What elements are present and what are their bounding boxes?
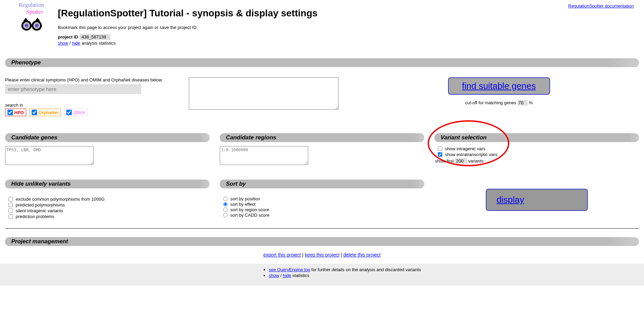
show-first-input[interactable] [455, 158, 467, 164]
candidate-genes-textarea[interactable] [5, 146, 94, 165]
section-candidate-regions: Candidate regions [220, 133, 424, 142]
sort-region-score-radio[interactable] [223, 207, 228, 212]
sort-position-radio[interactable] [223, 197, 228, 201]
sort-effect-radio[interactable] [223, 202, 228, 206]
db-omim-badge[interactable]: OMIM [64, 109, 87, 116]
cutoff-input[interactable] [517, 100, 528, 106]
extratranscriptic-checkbox[interactable] [438, 152, 442, 157]
section-candidate-genes: Candidate genes [5, 133, 210, 142]
page-title: [RegulationSpotter] Tutorial - synopsis … [58, 8, 639, 19]
cutoff-row: cut-off for matching genes % [465, 100, 533, 106]
footer-show-link[interactable]: show [269, 273, 279, 278]
section-sort-by: Sort by [220, 180, 424, 188]
show-first-row: show first variants [435, 158, 639, 164]
section-project-management: Project management [5, 237, 639, 246]
logo: Regulation Spotter [5, 2, 58, 35]
intragenic-checkbox[interactable] [438, 146, 442, 151]
phenotype-input[interactable] [5, 84, 141, 94]
logo-word-regulation: Regulation [19, 2, 44, 8]
project-id-value: 438_587138 [80, 34, 110, 40]
footer: see QueryEngine log for further details … [0, 264, 644, 286]
phenotype-textarea[interactable] [189, 77, 338, 110]
find-genes-button[interactable]: find suitable genes [448, 77, 550, 95]
svg-rect-6 [30, 25, 33, 27]
export-project-link[interactable]: export this project [263, 252, 301, 258]
svg-point-5 [35, 24, 39, 28]
keep-project-link[interactable]: keep this project [305, 252, 340, 258]
db-hpo-badge[interactable]: HPO [5, 109, 26, 116]
project-id-row: project ID 438_587138 [58, 34, 639, 40]
exclude-1000g-checkbox[interactable] [9, 197, 13, 201]
show-stats-link[interactable]: show [58, 41, 68, 46]
silent-intragenic-checkbox[interactable] [9, 209, 13, 213]
section-variant-selection: Variant selection [434, 133, 639, 142]
section-hide-unlikely: Hide unlikely variants [5, 180, 210, 188]
documentation-link[interactable]: RegulationSpotter documentation [568, 3, 634, 9]
section-phenotype: Phenotype [5, 58, 639, 67]
analysis-stats-suffix: analysis statistics [80, 41, 116, 46]
predicted-poly-checkbox[interactable] [9, 203, 13, 207]
orphanet-checkbox[interactable] [32, 110, 37, 115]
svg-point-4 [24, 24, 29, 28]
candidate-regions-textarea[interactable] [220, 146, 308, 165]
binoculars-icon [20, 16, 44, 35]
omim-checkbox[interactable] [66, 110, 72, 115]
project-id-label: project ID [58, 34, 78, 40]
intragenic-label: show intragenic vars [445, 146, 485, 151]
phenotype-prompt: Please enter clinical symptoms (HPO) and… [5, 77, 175, 82]
delete-project-link[interactable]: delete this project [343, 252, 381, 258]
logo-word-spotter: Spotter [26, 9, 43, 15]
subtitle: Bookmark this page to access your projec… [58, 25, 639, 30]
search-in-label: search in [5, 103, 175, 108]
footer-hide-link[interactable]: hide [283, 273, 291, 278]
hpo-checkbox[interactable] [7, 110, 13, 115]
divider [5, 228, 639, 229]
extratranscriptic-label: show extratranscriptic vars [445, 152, 497, 157]
display-button[interactable]: display [486, 189, 588, 211]
sort-cadd-score-radio[interactable] [223, 213, 228, 217]
hide-stats-link[interactable]: hide [72, 41, 80, 46]
prediction-problems-checkbox[interactable] [9, 214, 13, 219]
logo-text: Regulation Spotter [19, 2, 44, 15]
queryengine-log-link[interactable]: see QueryEngine log [269, 267, 310, 272]
db-orphanet-badge[interactable]: OrphaNet [29, 109, 61, 116]
